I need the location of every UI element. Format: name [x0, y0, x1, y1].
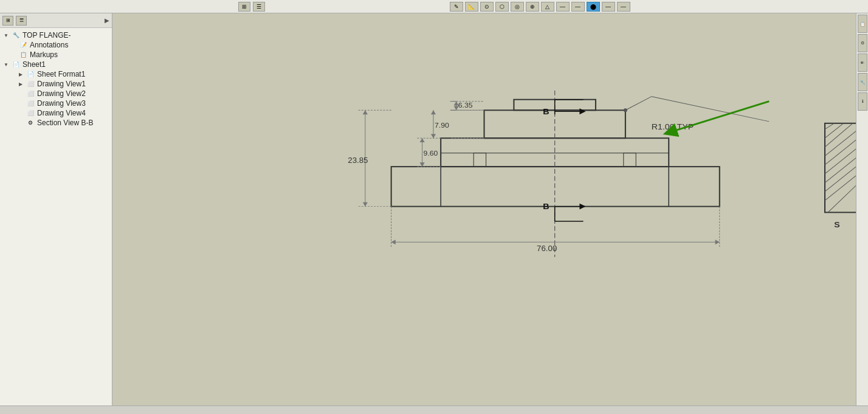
right-icon-3[interactable]: 👁	[858, 53, 867, 72]
toolbar-icon-2[interactable]: ☰	[253, 2, 265, 12]
svg-point-53	[624, 108, 627, 112]
tree-item-drawing-view2[interactable]: ⬜ Drawing View2	[1, 89, 111, 98]
tree-icon-markups: 📋	[18, 50, 28, 59]
tree-icon-dv4: ⬜	[26, 109, 35, 117]
tree-label-markups: Markups	[30, 50, 58, 59]
right-icon-2[interactable]: ⚙	[858, 34, 867, 52]
svg-text:23.85: 23.85	[348, 156, 368, 165]
tree-expand-dv3[interactable]	[17, 100, 24, 107]
tree-label-svbb: Section View B-B	[37, 119, 94, 127]
drawing-svg: B B 6.35 7.90	[112, 13, 856, 405]
tree-label-dv3: Drawing View3	[37, 99, 86, 108]
tree-item-sheet-format1[interactable]: ▶ 📄 Sheet Format1	[1, 69, 111, 79]
tree-item-drawing-view4[interactable]: ⬜ Drawing View4	[1, 108, 111, 118]
toolbar-icon-9[interactable]: △	[541, 2, 554, 12]
tree-icon-svbb: ⚙	[26, 119, 35, 127]
right-icon-4[interactable]: 🔧	[858, 73, 867, 91]
left-panel-toolbar: ⊞ ☰ ▶	[0, 13, 112, 28]
svg-text:S: S	[834, 219, 840, 229]
bottom-bar	[0, 405, 868, 414]
panel-icon-2[interactable]: ☰	[16, 16, 27, 26]
toolbar-icon-10[interactable]: —	[556, 2, 570, 12]
toolbar-icon-8[interactable]: ⊕	[526, 2, 539, 12]
toolbar-icon-14[interactable]: —	[617, 2, 630, 12]
tree-expand-dv4[interactable]	[17, 109, 24, 117]
tree-content: ▼ 🔧 TOP FLANGE- 📝 Annotations 📋 Markups …	[0, 28, 112, 405]
main-area: ⊞ ☰ ▶ ▼ 🔧 TOP FLANGE- 📝 Annotations 📋 Ma…	[0, 13, 868, 405]
toolbar-icon-11[interactable]: —	[571, 2, 585, 12]
tree-expand-dv2[interactable]	[17, 90, 24, 97]
tree-expand-dv1[interactable]: ▶	[17, 80, 24, 88]
tree-expand-annotations[interactable]	[10, 41, 17, 49]
panel-expand-arrow[interactable]: ▶	[105, 17, 109, 24]
tree-icon-root: 🔧	[11, 31, 21, 40]
tree-expand-markups[interactable]	[10, 51, 17, 58]
tree-label-dv1: Drawing View1	[37, 80, 86, 88]
tree-expand-root[interactable]: ▼	[2, 32, 10, 39]
panel-icon-1[interactable]: ⊞	[2, 16, 13, 26]
tree-icon-dv3: ⬜	[26, 99, 35, 108]
right-panel: 📋 ⚙ 👁 🔧 ℹ	[856, 13, 868, 405]
tree-icon-annotations: 📝	[18, 41, 28, 49]
svg-rect-0	[112, 13, 856, 405]
toolbar-icon-1[interactable]: ⊞	[238, 2, 250, 12]
drawing-canvas[interactable]: Ctrl+Drag tip of arrow to create 2nd lea…	[112, 13, 856, 405]
right-icon-5[interactable]: ℹ	[858, 92, 867, 111]
top-toolbar: ⊞ ☰ ✎ 📐 ⊙ ⬡ ◎ ⊕ △ — — ⬤ — —	[0, 0, 868, 13]
toolbar-icon-13[interactable]: —	[602, 2, 615, 12]
tree-item-drawing-view1[interactable]: ▶ ⬜ Drawing View1	[1, 79, 111, 89]
tree-label-root: TOP FLANGE-	[22, 31, 71, 40]
svg-text:6.35: 6.35	[458, 102, 473, 110]
tree-expand-svbb[interactable]	[17, 119, 24, 126]
tree-label-annotations: Annotations	[30, 41, 68, 49]
svg-text:B: B	[543, 106, 549, 116]
toolbar-icons: ⊞ ☰ ✎ 📐 ⊙ ⬡ ◎ ⊕ △ — — ⬤ — —	[238, 2, 630, 12]
tree-expand-sf1[interactable]: ▶	[17, 71, 24, 78]
tree-label-sheet1: Sheet1	[22, 60, 46, 69]
tree-icon-sheet1: 📄	[11, 60, 21, 69]
tree-item-section-view-bb[interactable]: ⚙ Section View B-B	[1, 118, 111, 128]
toolbar-icon-12[interactable]: ⬤	[587, 2, 600, 12]
svg-text:7.90: 7.90	[435, 121, 449, 129]
tree-item-annotations[interactable]: 📝 Annotations	[1, 40, 111, 50]
tree-item-drawing-view3[interactable]: ⬜ Drawing View3	[1, 98, 111, 108]
svg-text:76.00: 76.00	[537, 244, 557, 253]
tree-item-sheet1[interactable]: ▼ 📄 Sheet1	[1, 60, 111, 69]
tree-label-dv4: Drawing View4	[37, 109, 86, 117]
toolbar-icon-4[interactable]: 📐	[465, 2, 478, 12]
toolbar-icon-7[interactable]: ◎	[511, 2, 524, 12]
toolbar-icon-6[interactable]: ⬡	[495, 2, 509, 12]
tree-label-sf1: Sheet Format1	[37, 70, 85, 78]
svg-text:9.60: 9.60	[424, 149, 438, 157]
tree-expand-sheet1[interactable]: ▼	[2, 61, 10, 68]
right-icon-1[interactable]: 📋	[858, 15, 867, 33]
tree-root[interactable]: ▼ 🔧 TOP FLANGE-	[1, 30, 111, 40]
left-panel: ⊞ ☰ ▶ ▼ 🔧 TOP FLANGE- 📝 Annotations 📋 Ma…	[0, 13, 112, 405]
tree-item-markups[interactable]: 📋 Markups	[1, 50, 111, 60]
tree-label-dv2: Drawing View2	[37, 89, 86, 98]
svg-text:B: B	[543, 202, 549, 212]
toolbar-icon-5[interactable]: ⊙	[480, 2, 494, 12]
toolbar-icon-3[interactable]: ✎	[450, 2, 463, 12]
tree-icon-sf1: 📄	[26, 70, 35, 78]
tree-icon-dv1: ⬜	[26, 80, 35, 88]
tree-icon-dv2: ⬜	[26, 89, 35, 98]
